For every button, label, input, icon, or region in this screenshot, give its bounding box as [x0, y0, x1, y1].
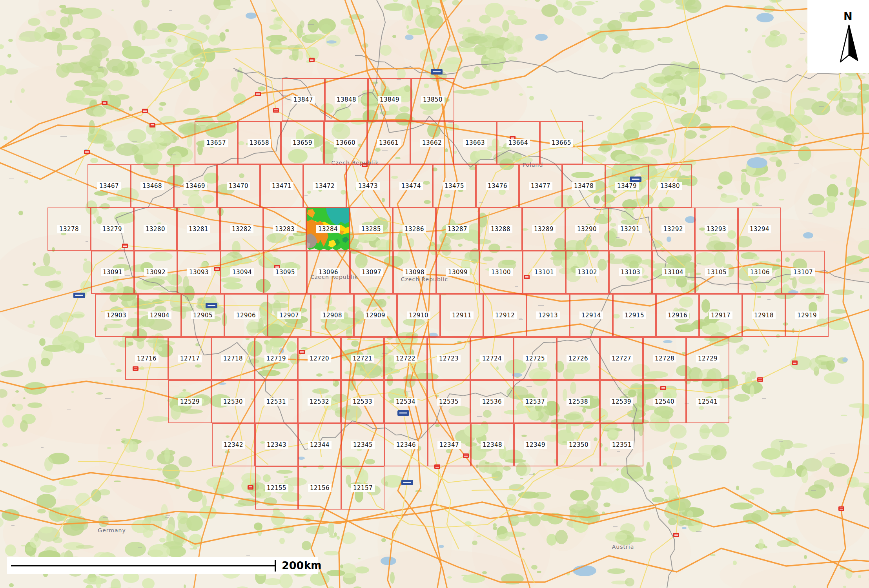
grid-tile-12918: 12918 [742, 294, 785, 337]
tile-id-label: 12156 [308, 484, 332, 492]
grid-tile-13278: 13278 [47, 208, 91, 251]
tile-id-label: 13095 [273, 268, 297, 277]
grid-tile-13473: 13473 [346, 164, 390, 208]
grid-tile-12535: 12535 [427, 380, 470, 423]
grid-tile-12911: 12911 [440, 294, 483, 337]
grid-tile-13663: 13663 [454, 121, 497, 164]
tile-id-label: 12350 [567, 441, 590, 449]
tile-id-label: 13100 [489, 268, 513, 277]
grid-tile-12538: 12538 [557, 380, 600, 423]
grid-tile-13097: 13097 [350, 251, 393, 294]
tile-id-label: 12904 [148, 311, 171, 320]
grid-tile-13467: 13467 [87, 164, 131, 208]
grid-tile-13285: 13285 [350, 208, 393, 251]
tile-id-label: 13658 [248, 139, 271, 147]
tile-id-label: 12538 [567, 398, 590, 406]
grid-tile-13091: 13091 [91, 251, 134, 294]
tile-id-label: 13468 [140, 182, 164, 190]
grid-tile-12721: 12721 [341, 337, 384, 380]
grid-tile-13283: 13283 [263, 208, 306, 251]
grid-tile-12723: 12723 [427, 337, 470, 380]
tile-id-label: 13102 [576, 268, 599, 277]
tile-id-label: 12345 [351, 441, 375, 449]
tile-id-label: 12531 [264, 398, 288, 406]
tile-id-label: 12916 [666, 311, 689, 320]
tile-id-label: 13104 [662, 268, 685, 277]
tile-id-label: 13471 [270, 182, 293, 190]
grid-tile-13288: 13288 [479, 208, 522, 251]
grid-tile-13479: 13479 [605, 164, 649, 208]
grid-tile-12904: 12904 [138, 294, 181, 337]
tile-id-label: 13477 [529, 182, 552, 190]
grid-tile-13471: 13471 [260, 164, 303, 208]
grid-tile-12530: 12530 [211, 380, 255, 423]
grid-tile-13281: 13281 [177, 208, 220, 251]
grid-tile-12537: 12537 [514, 380, 557, 423]
grid-tile-13284: 13284 [306, 208, 350, 251]
tile-id-label: 12905 [191, 311, 215, 320]
north-label: N [843, 10, 853, 22]
tile-id-label: 13292 [661, 225, 685, 233]
tile-id-label: 12913 [536, 311, 560, 320]
grid-tile-13094: 13094 [220, 251, 264, 294]
grid-tile-12915: 12915 [613, 294, 656, 337]
grid-tile-12907: 12907 [268, 294, 311, 337]
tile-id-label: 13290 [575, 225, 599, 233]
grid-tile-13106: 13106 [738, 251, 782, 294]
tile-id-label: 12726 [567, 355, 590, 363]
grid-tile-12342: 12342 [212, 423, 255, 466]
grid-tile-13847: 13847 [282, 78, 325, 121]
tile-id-label: 13091 [101, 268, 124, 277]
tile-id-label: 12724 [480, 355, 504, 363]
tile-id-label: 12721 [351, 355, 374, 363]
grid-tile-13292: 13292 [652, 208, 695, 251]
tile-id-label: 13103 [619, 268, 642, 277]
tile-id-label: 13660 [334, 139, 357, 147]
grid-tile-13286: 13286 [393, 208, 436, 251]
grid-tile-13849: 13849 [368, 78, 411, 121]
grid-tile-12716: 12716 [125, 337, 168, 380]
tile-id-label: 12346 [394, 441, 418, 449]
tile-id-label: 13664 [506, 139, 530, 147]
tile-id-label: 12917 [709, 311, 732, 320]
tile-id-label: 12719 [264, 355, 288, 363]
scale-bar-unit: km [304, 559, 321, 571]
tile-id-label: 12906 [234, 311, 258, 320]
tile-id-label: 13469 [184, 182, 207, 190]
grid-tile-13662: 13662 [410, 121, 454, 164]
grid-tile-13096: 13096 [307, 251, 350, 294]
grid-tile-13293: 13293 [695, 208, 738, 251]
tile-id-label: 12351 [610, 441, 634, 449]
grid-tile-13103: 13103 [609, 251, 652, 294]
tile-id-label: 13281 [187, 225, 210, 233]
scale-bar-line [11, 565, 276, 566]
grid-tile-12908: 12908 [311, 294, 354, 337]
tile-id-label: 13097 [360, 268, 383, 277]
grid-tile-12906: 12906 [224, 294, 268, 337]
grid-tile-13102: 13102 [566, 251, 609, 294]
grid-tile-13657: 13657 [195, 121, 238, 164]
grid-tile-12157: 12157 [341, 466, 384, 510]
tile-id-label: 13661 [377, 139, 401, 147]
grid-tile-13107: 13107 [782, 251, 825, 294]
tile-id-label: 12155 [265, 484, 288, 492]
grid-tile-12536: 12536 [470, 380, 514, 423]
tile-id-label: 12349 [524, 441, 547, 449]
tile-id-label: 13291 [618, 225, 642, 233]
tile-id-label: 13480 [658, 182, 682, 190]
grid-tile-12724: 12724 [470, 337, 514, 380]
grid-tile-12351: 12351 [600, 423, 643, 466]
tile-id-label: 13279 [100, 225, 124, 233]
grid-tile-13287: 13287 [436, 208, 479, 251]
grid-tile-13099: 13099 [436, 251, 479, 294]
tile-id-label: 12540 [653, 398, 676, 406]
grid-tile-12912: 12912 [483, 294, 527, 337]
scale-bar: 200 km [7, 557, 318, 574]
grid-tile-12727: 12727 [600, 337, 643, 380]
grid-tile-13282: 13282 [220, 208, 263, 251]
grid-tile-12913: 12913 [527, 294, 570, 337]
grid-tile-13660: 13660 [324, 121, 367, 164]
tile-id-label: 12915 [623, 311, 646, 320]
grid-tile-13098: 13098 [393, 251, 436, 294]
tile-id-label: 12907 [277, 311, 301, 320]
